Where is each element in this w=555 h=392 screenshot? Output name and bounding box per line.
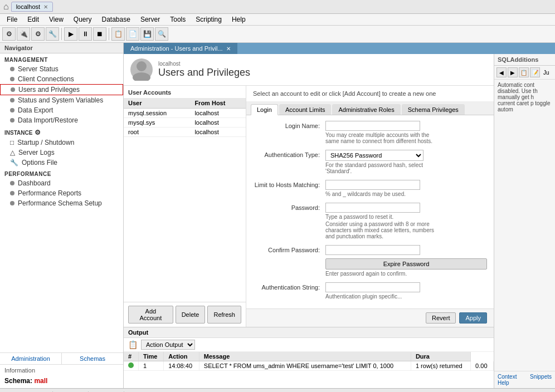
auth-type-label: Authentication Type: [253,150,325,158]
page-title-area: localhost Users and Privileges [158,61,250,79]
toolbar-btn-10[interactable]: 💾 [140,27,154,41]
server-status-icon [10,67,14,71]
data-import-icon [10,118,14,122]
window-tab[interactable]: localhost ✕ [11,2,53,12]
confirm-password-hint: Enter password again to confirm. [325,271,437,277]
sidebar-item-server-logs[interactable]: △ Server Logs [0,148,123,158]
tab-close-icon[interactable]: ✕ [43,4,48,10]
sidebar-tab-schemas[interactable]: Schemas [62,353,123,364]
sidebar-item-options-file[interactable]: 🔧 Options File [0,158,123,168]
col-user: User [124,98,190,109]
tab-admin-roles[interactable]: Administrative Roles [332,104,400,115]
menu-server[interactable]: Server [136,14,164,24]
tab-schema-privs[interactable]: Schema Privileges [402,104,465,115]
sidebar-item-perf-schema[interactable]: Performance Schema Setup [0,198,123,208]
col-action: Action [164,352,199,361]
sidebar-item-users-privileges[interactable]: Users and Privileges [0,84,123,95]
expire-password-button[interactable]: Expire Password [325,258,487,270]
login-name-input[interactable] [325,121,420,131]
password-input[interactable] [325,203,420,213]
sidebar-label-data-export: Data Export [18,106,53,114]
page-title: Users and Privileges [158,67,250,79]
login-name-hint: You may create multiple accounts with th… [325,132,437,144]
sidebar-item-perf-reports[interactable]: Performance Reports [0,188,123,198]
sidebar-item-client-connections[interactable]: Client Connections [0,74,123,84]
menu-scripting[interactable]: Scripting [191,14,226,24]
apply-button[interactable]: Apply [459,312,487,324]
context-help-link[interactable]: Context Help [498,374,528,386]
delete-button[interactable]: Delete [176,306,206,324]
table-row[interactable]: mysql.sessionlocalhost [124,109,246,118]
sidebar-label-client-connections: Client Connections [18,75,74,83]
toolbar-btn-5[interactable]: ▶ [64,27,77,41]
sql-nav-prev[interactable]: ◀ [496,67,507,77]
tab-login[interactable]: Login [251,104,278,115]
password-row: Password: Type a password to reset it. C… [253,203,487,239]
sidebar-item-data-import[interactable]: Data Import/Restore [0,115,123,125]
sidebar-item-data-export[interactable]: Data Export [0,105,123,115]
limit-hosts-label: Limit to Hosts Matching: [253,180,325,188]
sidebar-item-status-variables[interactable]: Status and System Variables [0,95,123,105]
toolbar-btn-8[interactable]: 📋 [111,27,125,41]
num-cell: 1 [139,361,164,371]
login-form: Login Name: You may create multiple acco… [246,115,494,308]
window-chrome: ⌂ localhost ✕ [0,0,555,14]
sidebar-tab-administration[interactable]: Administration [0,353,62,364]
sql-nav-btn-1[interactable]: 📋 [519,67,529,77]
menu-view[interactable]: View [45,14,68,24]
client-connections-icon [10,77,14,81]
tab-label: localhost [16,3,40,10]
toolbar-btn-2[interactable]: 🔌 [17,27,30,41]
table-row[interactable]: mysql.syslocalhost [124,118,246,128]
sidebar-info: Information [0,364,123,376]
home-icon[interactable]: ⌂ [3,2,9,12]
menu-file[interactable]: File [2,14,22,24]
auth-string-input[interactable] [325,282,420,292]
menu-help[interactable]: Help [227,14,250,24]
tab-account-limits[interactable]: Account Limits [279,104,332,115]
output-panel: Output 📋 Action Output # Time [124,327,494,388]
menu-edit[interactable]: Edit [23,14,43,24]
toolbar-btn-7[interactable]: ⏹ [93,27,106,41]
content-tab-bar: Administration - Users and Privil... ✕ [124,43,555,54]
sql-nav-next[interactable]: ▶ [508,67,518,77]
status-bar: Administration Account Refresh Context H… [0,388,555,392]
snippets-link[interactable]: Snippets [530,374,552,386]
sidebar-label-startup: Startup / Shutdown [17,139,74,146]
toolbar-btn-3[interactable]: ⚙ [31,27,45,41]
menu-query[interactable]: Query [69,14,96,24]
output-table: # Time Action Message Dura 1 14:08:40 SE… [124,352,494,388]
toolbar-btn-9[interactable]: 📄 [126,27,139,41]
limit-hosts-input[interactable] [325,180,420,190]
col-host: From Host [190,98,246,109]
content-tab-close-icon[interactable]: ✕ [226,46,231,52]
sidebar-item-server-status[interactable]: Server Status [0,64,123,74]
refresh-button[interactable]: Refresh [207,306,241,324]
toolbar-btn-6[interactable]: ⏸ [79,27,92,41]
menu-bar: File Edit View Query Database Server Too… [0,14,555,26]
auth-string-row: Authentication String: Authentication pl… [253,282,487,300]
sql-additions-header: SQLAdditions [494,54,555,66]
sidebar-item-dashboard[interactable]: Dashboard [0,178,123,188]
col-duration: Dura [411,352,470,361]
confirm-password-input[interactable] [325,245,420,255]
content-tab-active[interactable]: Administration - Users and Privil... ✕ [124,43,237,54]
action-output-select[interactable]: Action Output [141,340,195,350]
sidebar-item-startup[interactable]: □ Startup / Shutdown [0,138,123,148]
limit-hosts-control: % and _ wildcards may be used. [325,180,487,197]
startup-icon: □ [10,139,14,146]
password-control: Type a password to reset it. Consider us… [325,203,487,239]
instance-title: INSTANCE [4,130,32,136]
table-row[interactable]: rootlocalhost [124,128,246,137]
toolbar-btn-1[interactable]: ⚙ [2,27,16,41]
toolbar-btn-11[interactable]: 🔍 [155,27,168,41]
password-hint: Type a password to reset it. [325,214,437,220]
menu-database[interactable]: Database [98,14,135,24]
auth-type-select[interactable]: SHA256 Password Standard caching_sha2_pa… [325,150,423,161]
toolbar-btn-4[interactable]: 🔧 [46,27,59,41]
add-account-button[interactable]: Add Account [128,306,173,324]
menu-tools[interactable]: Tools [165,14,190,24]
sql-nav-btn-2[interactable]: 📝 [530,67,540,77]
revert-button[interactable]: Revert [426,312,456,324]
performance-title: PERFORMANCE [0,168,123,178]
